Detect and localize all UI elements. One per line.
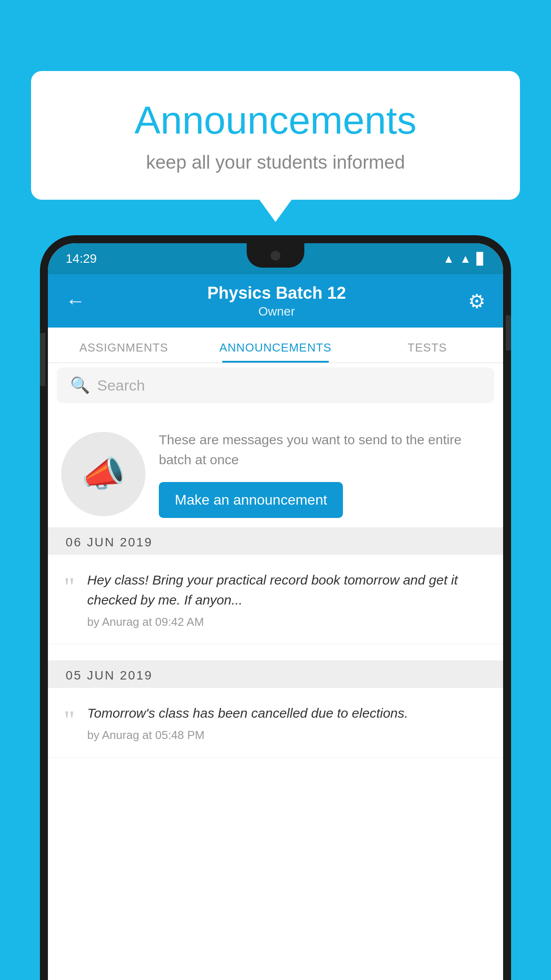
tab-assignments[interactable]: ASSIGNMENTS	[48, 341, 200, 363]
announcement-item-2[interactable]: " Tomorrow's class has been cancelled du…	[48, 688, 503, 758]
role-label: Owner	[207, 304, 346, 319]
phone-screen: 14:29 ▲ ▲ ▊ ← Physics Batch 12 Owner ⚙ A…	[48, 243, 503, 980]
bubble-subtitle: keep all your students informed	[67, 152, 484, 173]
signal-icon: ▲	[460, 252, 471, 266]
phone-mockup: 14:29 ▲ ▲ ▊ ← Physics Batch 12 Owner ⚙ A…	[40, 235, 511, 980]
batch-title: Physics Batch 12	[207, 284, 346, 303]
announcement-item-1[interactable]: " Hey class! Bring your practical record…	[48, 555, 503, 644]
quote-icon-2: "	[64, 707, 75, 733]
back-button[interactable]: ←	[66, 290, 85, 312]
tab-announcements[interactable]: ANNOUNCEMENTS	[200, 341, 351, 363]
settings-icon[interactable]: ⚙	[468, 290, 485, 312]
make-announcement-button[interactable]: Make an announcement	[159, 482, 343, 518]
announcement-content-2: Tomorrow's class has been cancelled due …	[87, 703, 488, 742]
date-section-2: 05 JUN 2019	[48, 660, 503, 691]
quote-icon-1: "	[64, 573, 75, 600]
phone-side-button-right	[506, 315, 511, 351]
speech-bubble-container: Announcements keep all your students inf…	[31, 71, 520, 200]
search-icon: 🔍	[70, 376, 90, 395]
announcement-text-1: Hey class! Bring your practical record b…	[87, 570, 488, 610]
date-label-1: 06 JUN 2019	[66, 535, 153, 549]
camera	[271, 251, 280, 261]
search-placeholder: Search	[97, 377, 145, 394]
search-bar[interactable]: 🔍 Search	[57, 368, 494, 403]
status-time: 14:29	[66, 252, 97, 266]
megaphone-icon: 📣	[81, 453, 126, 495]
announcement-prompt: 📣 These are messages you want to send to…	[48, 412, 503, 536]
notch	[247, 243, 304, 268]
prompt-right: These are messages you want to send to t…	[159, 430, 490, 518]
status-icons: ▲ ▲ ▊	[443, 252, 485, 266]
announcement-text-2: Tomorrow's class has been cancelled due …	[87, 703, 488, 723]
status-bar: 14:29 ▲ ▲ ▊	[48, 243, 503, 274]
date-section-1: 06 JUN 2019	[48, 527, 503, 557]
header-center: Physics Batch 12 Owner	[207, 284, 346, 319]
bubble-title: Announcements	[67, 98, 484, 143]
megaphone-circle: 📣	[61, 432, 146, 516]
announcement-meta-2: by Anurag at 05:48 PM	[87, 728, 488, 742]
date-label-2: 05 JUN 2019	[66, 668, 153, 682]
wifi-icon: ▲	[443, 252, 455, 266]
tabs-container: ASSIGNMENTS ANNOUNCEMENTS TESTS	[48, 328, 503, 363]
tab-tests[interactable]: TESTS	[351, 341, 503, 363]
phone-side-button-left	[40, 333, 45, 386]
battery-icon: ▊	[476, 252, 485, 266]
prompt-description: These are messages you want to send to t…	[159, 430, 490, 470]
announcement-meta-1: by Anurag at 09:42 AM	[87, 615, 488, 629]
speech-bubble: Announcements keep all your students inf…	[31, 71, 520, 200]
app-header: ← Physics Batch 12 Owner ⚙	[48, 274, 503, 328]
announcement-content-1: Hey class! Bring your practical record b…	[87, 570, 488, 629]
